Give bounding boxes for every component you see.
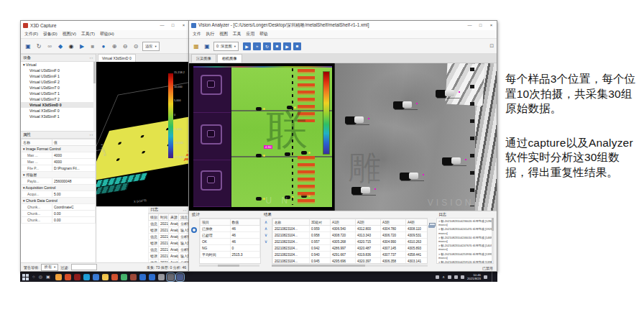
menu-item[interactable]: 工具 <box>233 31 242 37</box>
panel-toggle-icon[interactable]: ⊡ <box>489 43 494 49</box>
plug-icon[interactable]: ∞ <box>45 42 54 50</box>
table-row[interactable]: 错误2021-08-23 1...Analyzer输入队列满了 <box>149 240 189 247</box>
taskbar-app-sphere-1[interactable] <box>139 274 146 280</box>
taskbar-app-analyzer[interactable] <box>177 274 183 280</box>
device-tree-item[interactable]: Virtual X3dSimF 1 <box>21 114 96 119</box>
column-header[interactable]: A3距 <box>381 219 406 226</box>
taskbar-app-capture[interactable] <box>167 274 174 280</box>
table-row[interactable]: OK46 <box>201 239 260 245</box>
taskbar-app-darkred[interactable] <box>74 274 80 280</box>
menu-item[interactable]: 应用 <box>246 31 254 37</box>
device-tree-item[interactable]: Virtual U3dSimT 0 <box>21 85 96 91</box>
run-button[interactable]: ▶ <box>243 42 251 50</box>
table-row[interactable]: 20210823104...0.9424286.9974320.4874307.… <box>273 245 428 252</box>
stats-table[interactable]: 项目数值已接收46已处理46OK46NG0平均时间2515.3 <box>200 219 260 258</box>
task-view-icon[interactable]: ▣ <box>46 273 50 280</box>
analyzer-titlebar[interactable]: Vision Analyzer - [C:/Users/Longer/Deskt… <box>189 21 497 30</box>
connect-icon[interactable]: ◆ <box>56 42 65 50</box>
table-row[interactable]: 信息2021-08-23 1...Analyzer分析数据成功 <box>149 234 189 240</box>
results-table[interactable]: 名称3D耗时A1距A2距A3距A4距B1距B2距20210823104...0.… <box>272 219 428 264</box>
snapshot-icon[interactable]: ◉ <box>67 42 75 50</box>
taskbar-app-redyellow[interactable] <box>65 274 71 280</box>
props-row[interactable]: Max ...4000 <box>22 159 96 165</box>
capture-view-tab[interactable]: Virtual X3dSimD 0 <box>98 54 136 62</box>
tray-app-icon[interactable] <box>436 275 439 279</box>
props-row[interactable]: File P...D:\Program Fil... <box>22 165 96 172</box>
table-row[interactable]: 平均时间2515.3 <box>201 252 260 258</box>
device-tree-item[interactable]: Virtual U3dSimF 1 <box>21 73 96 79</box>
camera-image-view[interactable]: 雕 VISION <box>335 63 497 211</box>
start-button[interactable] <box>22 274 29 280</box>
stop-button[interactable]: ■ <box>273 42 281 50</box>
depth-map-view[interactable]: 4.80 联 U N <box>189 63 335 211</box>
taskbar-app-green[interactable] <box>121 274 127 280</box>
taskbar-app-edge[interactable] <box>83 274 90 280</box>
capture-log-table[interactable]: 级别时间来源消息信息2021-08-23 1...Analyzer分析数据成功错… <box>148 214 189 262</box>
table-row[interactable]: 20210823104...0.9594306.5404312.8004304.… <box>273 226 428 232</box>
device-tree-item[interactable]: Virtual X3dSimD 0 <box>21 102 96 108</box>
props-col-name[interactable]: 名称 <box>22 139 52 146</box>
panel-header-icons[interactable]: ▫▫ <box>90 133 93 137</box>
taskbar-app-powerpoint[interactable] <box>111 274 118 280</box>
column-header[interactable]: A4距 <box>406 219 428 226</box>
log-vscrollbar[interactable] <box>492 218 494 261</box>
props-group-row[interactable]: ▾ Chunk Data Control <box>22 198 96 204</box>
taskbar-app-gray[interactable] <box>158 274 165 280</box>
props-row[interactable]: Max ...4000 <box>22 152 96 159</box>
result-nav-button[interactable]: ∨ <box>264 233 267 237</box>
tray-chevron-icon[interactable]: ∧ <box>442 275 445 279</box>
props-col-value[interactable]: 值 <box>52 139 96 146</box>
column-header[interactable]: 时间 <box>159 214 169 221</box>
view-select[interactable]: 0: 深度图 ▾ <box>213 42 239 51</box>
props-row[interactable]: Chunk...0.00 <box>22 217 96 224</box>
notification-center-icon[interactable] <box>484 275 487 279</box>
column-header[interactable]: 数值 <box>230 219 260 226</box>
save-icon[interactable]: ▣ <box>203 42 211 50</box>
record-icon[interactable]: ● <box>99 42 108 50</box>
props-row[interactable]: Chunk...CoordinateC <box>22 204 96 211</box>
minimize-button[interactable]: — <box>464 21 475 30</box>
menu-item[interactable]: 设备(D) <box>43 31 58 37</box>
device-tree-item[interactable]: Virtual U3dSimF 0 <box>21 68 96 73</box>
stop-grab-icon[interactable]: ■ <box>88 42 97 50</box>
stats-hscrollbar[interactable] <box>199 265 259 267</box>
menu-item[interactable]: 执行 <box>206 31 215 37</box>
show-desktop-button[interactable] <box>492 272 495 282</box>
save-icon[interactable]: ▣ <box>24 42 32 50</box>
table-row[interactable]: 错误2021-08-23 1...Analyzer输入队列满了 <box>149 253 189 260</box>
table-row[interactable]: 信息2021-08-23 1...Analyzer分析数据成功 <box>149 247 189 253</box>
start-batch-button[interactable]: ▶ <box>283 42 291 50</box>
panel-header-icons[interactable]: ▫▫ <box>90 56 93 60</box>
zoom-out-icon[interactable]: ⊖ <box>121 42 129 50</box>
zoom-mode-select[interactable]: 适应 ▾ <box>142 42 160 51</box>
network-icon[interactable] <box>448 275 451 279</box>
warn-level-select[interactable]: 所有 ▾ <box>41 264 58 271</box>
menu-item[interactable]: 帮助 <box>259 31 268 37</box>
minimize-button[interactable]: — <box>157 21 167 30</box>
taskbar-app-folder-blue[interactable] <box>93 274 99 280</box>
menu-item[interactable]: 视图(V) <box>63 31 76 37</box>
pointcloud-3d-view[interactable]: 15,158.210,0005,0000-5,000-10,000-17,741… <box>96 62 189 206</box>
device-tree-item[interactable]: ▾ Virtual <box>21 62 96 68</box>
device-tree-item[interactable]: Virtual X3dSimF 0 <box>21 108 96 114</box>
result-nav-button[interactable]: ∨ <box>264 239 267 244</box>
column-header[interactable]: A2距 <box>356 219 381 226</box>
taskbar-app-sphere-2[interactable] <box>149 274 155 280</box>
open-file-icon[interactable]: ▦ <box>192 42 201 50</box>
column-header[interactable]: 消息 <box>179 214 189 221</box>
column-header[interactable]: 级别 <box>149 214 159 221</box>
search-icon[interactable]: ○ <box>32 273 35 280</box>
column-header[interactable]: 名称 <box>273 219 310 226</box>
taskbar-app-brown[interactable] <box>130 274 137 280</box>
filter-input[interactable] <box>71 264 97 270</box>
image-tab[interactable]: 相机图像 <box>217 54 242 63</box>
table-row[interactable]: 错误2021-08-23 1...Analyzer输入队列满了 <box>149 227 189 234</box>
input-method-icon[interactable] <box>461 275 464 279</box>
refresh-icon[interactable]: ↻ <box>34 42 43 50</box>
column-header[interactable]: 项目 <box>201 219 231 226</box>
table-row[interactable]: 20210823104...0.9404291.6674319.8364307.… <box>273 252 428 258</box>
device-tree-item[interactable]: Virtual U3dSimT 2 <box>21 96 96 102</box>
panel-header-icons[interactable]: ▫▫ <box>183 208 187 212</box>
menu-item[interactable]: 文件(F) <box>24 31 38 37</box>
maximize-button[interactable]: □ <box>167 21 178 30</box>
